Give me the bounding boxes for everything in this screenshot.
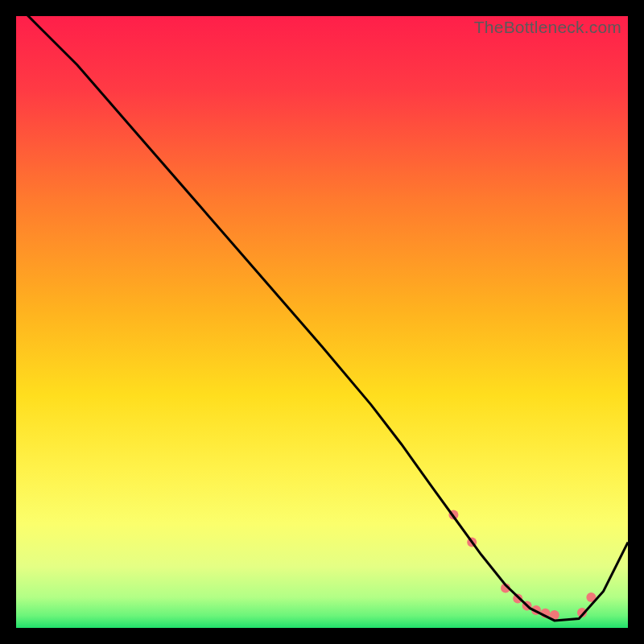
chart-frame: TheBottleneck.com xyxy=(16,16,628,628)
gradient-background xyxy=(16,16,628,628)
bottleneck-chart xyxy=(16,16,628,628)
